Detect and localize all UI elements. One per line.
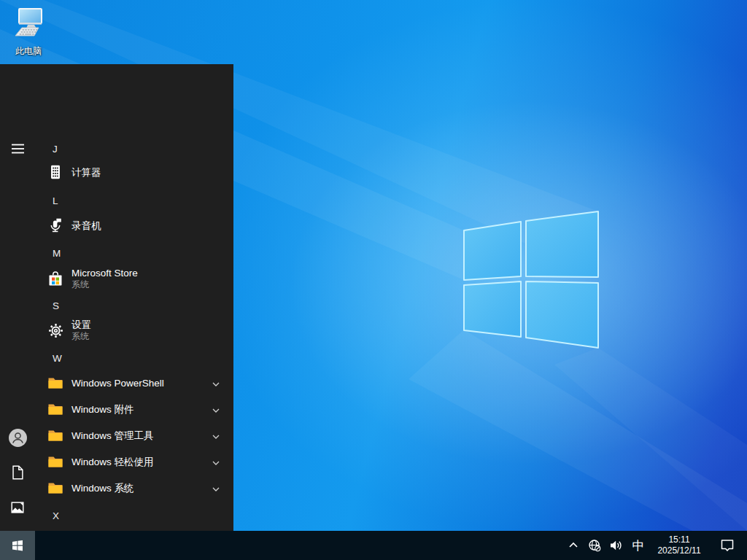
voice-recorder-icon xyxy=(47,217,64,234)
chevron-down-icon[interactable] xyxy=(212,457,220,466)
menu-item-label: Windows 轻松使用 xyxy=(71,456,154,468)
action-center-button[interactable] xyxy=(716,531,738,560)
menu-item-label: Windows PowerShell xyxy=(71,377,164,389)
volume-button[interactable] xyxy=(608,531,624,560)
menu-item-microsoft-store[interactable]: Microsoft Store 系统 xyxy=(35,262,233,295)
folder-icon xyxy=(47,374,64,392)
menu-item-label: Windows 管理工具 xyxy=(71,429,154,442)
system-tray: 中 15:11 2025/12/11 xyxy=(565,531,747,560)
chevron-down-icon[interactable] xyxy=(212,483,220,492)
microsoft-store-icon xyxy=(47,270,64,287)
section-letter-s[interactable]: S xyxy=(35,297,233,314)
network-button[interactable] xyxy=(587,531,603,560)
menu-folder-windows-powershell[interactable]: Windows PowerShell xyxy=(35,370,233,396)
taskbar-empty-area[interactable] xyxy=(35,531,565,560)
section-letter-m[interactable]: M xyxy=(35,244,233,262)
calculator-icon xyxy=(47,163,64,181)
section-letter-w[interactable]: W xyxy=(35,349,233,367)
desktop-icon-this-pc[interactable]: 此电脑 xyxy=(3,7,54,58)
this-pc-icon xyxy=(9,7,47,44)
tray-overflow-button[interactable] xyxy=(565,531,581,560)
menu-item-label: 录音机 xyxy=(71,219,101,232)
ime-indicator[interactable]: 中 xyxy=(629,531,648,560)
menu-folder-windows-admin-tools[interactable]: Windows 管理工具 xyxy=(35,422,233,448)
hamburger-icon xyxy=(11,143,25,155)
clock-time: 15:11 xyxy=(668,534,689,545)
menu-item-label: Windows 附件 xyxy=(71,403,134,416)
menu-item-label: Microsoft Store xyxy=(71,267,138,279)
menu-item-label: Windows 系统 xyxy=(71,482,134,494)
settings-gear-icon xyxy=(47,322,64,339)
menu-folder-windows-ease-of-access[interactable]: Windows 轻松使用 xyxy=(35,448,233,475)
documents-button[interactable] xyxy=(0,455,35,490)
document-icon xyxy=(9,464,26,481)
pictures-icon xyxy=(9,499,26,516)
menu-item-subtitle: 系统 xyxy=(71,279,138,290)
folder-icon xyxy=(47,400,64,418)
section-letter-j[interactable]: J xyxy=(35,140,233,158)
taskbar: 中 15:11 2025/12/11 xyxy=(0,531,747,560)
chevron-down-icon[interactable] xyxy=(212,431,220,440)
folder-icon xyxy=(47,479,64,497)
menu-item-label: 计算器 xyxy=(71,166,101,179)
user-avatar-icon xyxy=(8,428,28,448)
section-letter-x[interactable]: X xyxy=(35,507,233,524)
network-globe-icon xyxy=(588,539,601,552)
clock-date: 2025/12/11 xyxy=(657,545,700,556)
start-menu-rail xyxy=(0,64,35,531)
windows-logo-icon xyxy=(10,538,25,553)
menu-folder-windows-accessories[interactable]: Windows 附件 xyxy=(35,396,233,422)
taskbar-clock[interactable]: 15:11 2025/12/11 xyxy=(653,531,705,560)
desktop-icon-label: 此电脑 xyxy=(15,45,42,58)
start-button[interactable] xyxy=(0,531,35,560)
settings-button[interactable] xyxy=(0,525,35,531)
notification-icon xyxy=(720,538,735,553)
volume-icon xyxy=(609,539,622,552)
menu-folder-windows-system[interactable]: Windows 系统 xyxy=(35,475,233,501)
menu-item-settings[interactable]: 设置 系统 xyxy=(35,314,233,346)
menu-item-voice-recorder[interactable]: 录音机 xyxy=(35,212,233,238)
pictures-button[interactable] xyxy=(0,490,35,525)
folder-icon xyxy=(47,453,64,470)
chevron-down-icon[interactable] xyxy=(212,378,220,387)
chevron-down-icon[interactable] xyxy=(212,405,220,413)
section-letter-l[interactable]: L xyxy=(35,192,233,209)
expand-menu-button[interactable] xyxy=(0,131,35,166)
chevron-up-icon xyxy=(568,540,578,551)
windows-desktop: 此电脑 xyxy=(0,0,747,560)
menu-item-subtitle: 系统 xyxy=(71,331,91,342)
start-menu: J 计算器 L xyxy=(0,64,233,531)
user-account-button[interactable] xyxy=(0,420,35,455)
menu-item-label: 设置 xyxy=(71,319,91,331)
menu-item-calculator[interactable]: 计算器 xyxy=(35,159,233,185)
folder-icon xyxy=(47,427,64,444)
